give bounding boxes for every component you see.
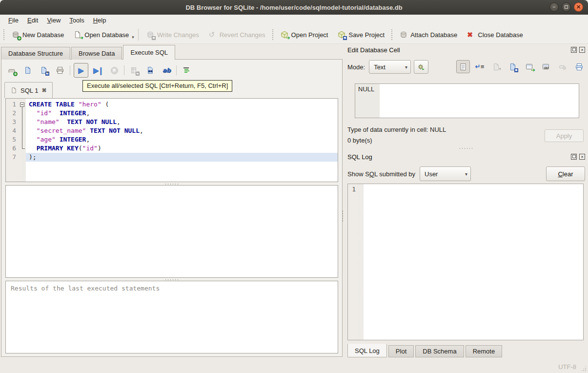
open-external-icon: ➔: [526, 63, 533, 71]
clear-log-button[interactable]: Clear: [546, 166, 585, 181]
toolbar-grip[interactable]: [391, 29, 393, 41]
execute-all-button[interactable]: ▶: [74, 63, 88, 78]
export-cell-data-button[interactable]: [506, 60, 520, 73]
sql-tab-close-icon[interactable]: ✖: [41, 87, 46, 94]
dock-float-button[interactable]: [571, 154, 577, 160]
toolbar-separator: [124, 65, 124, 75]
code-line[interactable]: "name" TEXT NOT NULL,: [26, 118, 338, 126]
link-icon: [542, 63, 550, 71]
save-results-dropdown-caret-icon: ▾: [137, 70, 139, 75]
close-button[interactable]: ✕: [574, 2, 583, 12]
save-sql-dropdown-caret-icon: ▾: [46, 70, 49, 75]
sql-editor[interactable]: 1234567 CREATE TABLE "hero" ( "id" INTEG…: [5, 98, 338, 182]
fold-marker-icon[interactable]: [20, 103, 24, 107]
menu-edit[interactable]: Edit: [23, 16, 42, 25]
close-database-button[interactable]: ✖ Close Database: [462, 27, 528, 42]
vertical-splitter-handle[interactable]: [342, 210, 344, 223]
dock-close-icon: ✕: [581, 48, 584, 52]
menu-view[interactable]: View: [42, 16, 65, 25]
sql-file-tab[interactable]: SQL 1 ✖: [4, 82, 53, 98]
sql-tab-label: SQL 1: [20, 87, 38, 94]
new-database-button[interactable]: + New Database: [7, 27, 69, 42]
line-number: 1: [6, 100, 16, 109]
window-controls: − ✕: [549, 2, 583, 12]
code-line[interactable]: CREATE TABLE "hero" (: [26, 100, 338, 109]
write-changes-button: Write Changes: [142, 27, 204, 42]
stop-icon: ✖: [111, 67, 118, 74]
cell-editor[interactable]: NULL: [355, 83, 579, 118]
line-number: 3: [6, 118, 16, 126]
tab-database-structure[interactable]: Database Structure: [1, 47, 70, 60]
sql-log-fold-margin: [358, 184, 364, 340]
print-icon: [575, 63, 583, 71]
minimize-button[interactable]: −: [549, 2, 559, 12]
new-database-icon: +: [12, 31, 20, 39]
code-line[interactable]: "age" INTEGER,: [26, 135, 338, 144]
new-sql-tab-button[interactable]: +: [5, 64, 18, 77]
sql-log-area[interactable]: 1: [347, 184, 584, 340]
menu-tools[interactable]: Tools: [65, 16, 88, 25]
find-icon: [146, 66, 154, 74]
toolbar-grip[interactable]: [3, 29, 5, 41]
open-sql-file-button[interactable]: [21, 64, 34, 77]
dock-float-button[interactable]: [571, 47, 577, 53]
code-line[interactable]: "id" INTEGER,: [26, 109, 338, 118]
toolbar-grip[interactable]: [272, 29, 274, 41]
text-mode-button[interactable]: [456, 60, 470, 73]
format-sql-icon: [182, 66, 190, 74]
cell-mode-select[interactable]: Text ▾: [369, 60, 411, 74]
results-grid-panel[interactable]: [5, 185, 338, 278]
titlebar: DB Browser for SQLite - /home/user/code/…: [0, 0, 588, 15]
sql-editor-gutter: 1234567: [6, 99, 20, 182]
encoding-label: UTF-8: [558, 363, 576, 371]
line-number: 5: [6, 135, 16, 144]
code-line[interactable]: PRIMARY KEY("id"): [26, 144, 338, 153]
word-wrap-button[interactable]: ↵≡: [473, 60, 487, 73]
open-database-button[interactable]: ➔ Open Database: [69, 27, 134, 42]
print-sql-button[interactable]: [54, 64, 66, 77]
revert-changes-icon: ↺: [209, 31, 217, 39]
results-message-panel[interactable]: Results of the last executed statements: [5, 281, 338, 353]
tab-sql-log[interactable]: SQL Log: [347, 344, 387, 357]
auto-switch-mode-button[interactable]: [414, 60, 428, 74]
log-filter-label: Show SQL submitted by: [347, 170, 415, 178]
menu-file[interactable]: File: [4, 16, 23, 25]
code-line[interactable]: );: [26, 153, 338, 162]
results-placeholder: Results of the last executed statements: [6, 281, 338, 295]
open-project-button[interactable]: ➔ Open Project: [276, 27, 333, 42]
save-sql-file-button[interactable]: ▾: [38, 64, 50, 77]
save-project-button[interactable]: Save Project: [333, 27, 389, 42]
cell-type-info: Type of data currently in cell: NULL: [347, 126, 446, 133]
open-database-dropdown-caret-icon[interactable]: ▾: [132, 35, 134, 40]
tab-execute-sql[interactable]: Execute SQL: [123, 45, 175, 60]
line-number: 6: [6, 144, 16, 153]
attach-database-button[interactable]: Attach Database: [395, 27, 462, 42]
sql-editor-code[interactable]: CREATE TABLE "hero" ( "id" INTEGER, "nam…: [26, 99, 338, 182]
code-line[interactable]: "secret_name" TEXT NOT NULL,: [26, 126, 338, 135]
dock-close-button[interactable]: ✕: [579, 47, 585, 53]
find-button[interactable]: [144, 64, 157, 77]
copy-link-button[interactable]: [539, 60, 553, 73]
tab-browse-data[interactable]: Browse Data: [71, 47, 122, 60]
log-filter-select[interactable]: User ▾: [420, 166, 471, 181]
tab-plot[interactable]: Plot: [388, 345, 414, 357]
close-icon: ✕: [576, 4, 581, 10]
mode-caret-icon: ▾: [405, 64, 407, 70]
menu-help[interactable]: Help: [89, 16, 111, 25]
execute-current-line-button[interactable]: ▶❙: [92, 64, 104, 77]
splitter-handle[interactable]: [345, 147, 587, 149]
dock-close-button[interactable]: ✕: [579, 154, 585, 160]
auto-completion-button[interactable]: ab: [160, 64, 173, 77]
tab-remote[interactable]: Remote: [466, 345, 503, 357]
open-in-external-app-button[interactable]: ➔: [523, 60, 536, 73]
format-sql-button[interactable]: [180, 64, 193, 77]
resize-grip[interactable]: [581, 366, 587, 372]
cell-editor-toolbar: ↵≡ ▾ ➔: [456, 60, 586, 73]
maximize-button[interactable]: [562, 2, 571, 12]
word-wrap-icon: ↵≡: [475, 63, 485, 70]
attach-database-icon: [400, 31, 407, 39]
import-cell-data-button: ▾: [489, 60, 503, 73]
tab-db-schema[interactable]: DB Schema: [415, 345, 464, 357]
print-cell-button[interactable]: [572, 60, 586, 73]
sql-document-icon: [11, 87, 17, 94]
